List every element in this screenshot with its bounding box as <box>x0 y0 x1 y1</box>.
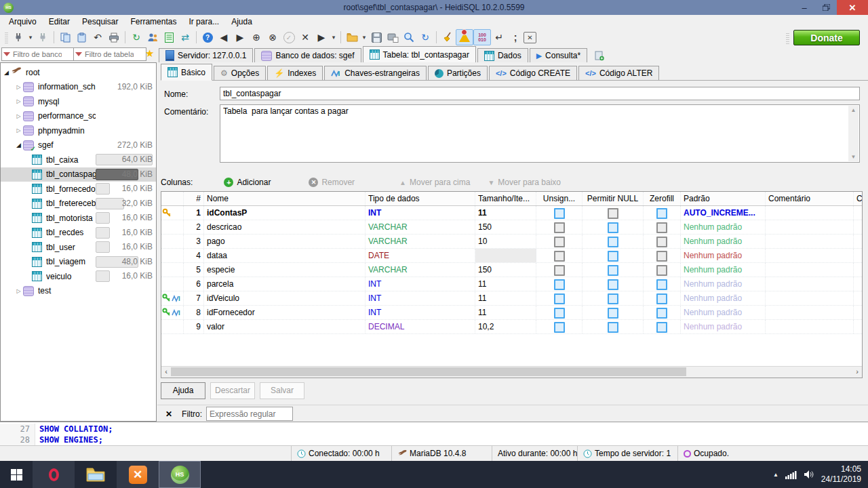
disconnect-icon[interactable] <box>35 30 51 45</box>
menu-arquivo[interactable]: Arquivo <box>3 16 43 28</box>
unsigned-checkbox[interactable] <box>554 237 565 247</box>
start-button[interactable] <box>0 461 33 488</box>
sql-log[interactable]: 27 SHOW COLLATION; 28 SHOW ENGINES; <box>0 422 868 446</box>
network-icon[interactable] <box>785 470 797 479</box>
zerofill-checkbox[interactable] <box>656 251 667 262</box>
new-query-tab-button[interactable] <box>589 49 610 62</box>
regex-filter-input[interactable] <box>206 407 293 421</box>
zerofill-checkbox[interactable] <box>656 322 667 333</box>
menu-ferramentas[interactable]: Ferramentas <box>124 16 182 28</box>
restore-button[interactable] <box>815 0 837 15</box>
unsigned-checkbox[interactable] <box>554 265 565 276</box>
volume-icon[interactable] <box>804 470 814 479</box>
table-filter-box[interactable] <box>73 47 146 61</box>
tree-item-tbl-user[interactable]: tbl_user 16,0 KiB <box>1 240 156 255</box>
tab-query[interactable]: ▶Consulta* <box>530 48 588 62</box>
tree-item-tbl-contaspagar[interactable]: tbl_contaspagar 48,0 KiB <box>1 167 156 182</box>
unsigned-checkbox[interactable] <box>554 322 565 333</box>
undo-icon[interactable]: ↶ <box>90 30 106 45</box>
unsigned-checkbox[interactable] <box>554 208 565 219</box>
tray-expand-icon[interactable]: ▲ <box>773 472 778 478</box>
taskbar-heidisql[interactable]: HS <box>159 461 201 488</box>
zerofill-checkbox[interactable] <box>656 279 667 290</box>
allow-null-checkbox[interactable] <box>608 208 618 219</box>
menu-pesquisar[interactable]: Pesquisar <box>76 16 124 28</box>
table-comment-input[interactable]: Tabela para lançar contas a pagar ▲▼ <box>220 104 860 163</box>
zerofill-checkbox[interactable] <box>656 308 667 319</box>
delete-row-icon[interactable]: ⊗ <box>264 30 281 45</box>
tab-codigo-create[interactable]: </>Código CREATE <box>489 66 577 80</box>
tab-indexes[interactable]: ⚡Indexes <box>267 66 323 80</box>
comment-scrollbar[interactable]: ▲▼ <box>848 106 859 161</box>
tree-item-tbl-caixa[interactable]: tbl_caixa 64,0 KiB <box>1 152 156 167</box>
expand-icon[interactable]: ▷ <box>14 84 23 90</box>
favorites-star-icon[interactable]: ★ <box>145 47 154 60</box>
unsigned-checkbox[interactable] <box>554 222 565 233</box>
column-row[interactable]: 4 dataa DATE Nenhum padrão <box>161 249 862 263</box>
tab-data[interactable]: Dados <box>477 48 528 62</box>
header-comment[interactable]: Comentário <box>766 192 854 205</box>
tree-item-phpmyadmin[interactable]: ▷ phpmyadmin <box>1 123 156 138</box>
header-unsigned[interactable]: Unsign... <box>536 192 583 205</box>
open-file-dropdown-icon[interactable]: ▾ <box>360 30 368 45</box>
tree-item-performance-schema[interactable]: ▷ performance_sc... <box>1 109 156 124</box>
wrap-lines-icon[interactable]: ↵ <box>491 30 507 45</box>
expand-icon[interactable]: ▷ <box>14 113 23 119</box>
column-row[interactable]: 6 parcela INT 11 Nenhum padrão <box>161 277 862 291</box>
unsigned-checkbox[interactable] <box>554 251 565 262</box>
tree-item-tbl-fretereceber[interactable]: tbl_fretereceber 32,0 KiB <box>1 197 156 211</box>
allow-null-checkbox[interactable] <box>608 308 618 319</box>
help-button[interactable]: Ajuda <box>161 382 205 399</box>
taskbar-clock[interactable]: 14:05 24/11/2019 <box>821 464 861 485</box>
tab-codigo-alter[interactable]: </>Código ALTER <box>578 66 659 80</box>
allow-null-checkbox[interactable] <box>608 322 618 333</box>
tree-item-mysql[interactable]: ▷ mysql <box>1 94 156 109</box>
add-column-button[interactable]: +Adicionar <box>217 178 277 187</box>
cancel-edit-icon[interactable]: ✕ <box>297 30 313 45</box>
table-name-input[interactable] <box>220 87 860 100</box>
go-last-icon[interactable]: ▶ <box>232 30 248 45</box>
csv-export-icon[interactable] <box>161 30 177 45</box>
allow-null-checkbox[interactable] <box>608 237 618 247</box>
allow-null-checkbox[interactable] <box>608 279 618 290</box>
sync-icon[interactable]: ⇄ <box>177 30 193 45</box>
zerofill-checkbox[interactable] <box>656 208 667 219</box>
expand-icon[interactable]: ▷ <box>14 127 23 134</box>
header-name[interactable]: Nome <box>204 192 366 205</box>
close-button[interactable]: ✕ <box>837 0 868 15</box>
menu-ajuda[interactable]: Ajuda <box>225 16 258 28</box>
taskbar-explorer[interactable] <box>75 461 117 488</box>
clean-icon[interactable] <box>439 30 456 45</box>
grid-hscrollbar[interactable]: ‹ › <box>161 366 862 378</box>
warnings-toggle-icon[interactable] <box>456 29 473 45</box>
binary-toggle-icon[interactable]: 100010 <box>473 29 491 45</box>
scroll-right-icon[interactable]: › <box>852 367 862 377</box>
menu-ir-para[interactable]: Ir para... <box>182 16 225 28</box>
allow-null-checkbox[interactable] <box>608 265 618 276</box>
go-first-icon[interactable]: ◀ <box>216 30 232 45</box>
copy-icon[interactable] <box>57 30 73 45</box>
tree-item-root[interactable]: ◢ root <box>1 65 156 80</box>
column-row[interactable]: 9 valor DECIMAL 10,2 Nenhum padrão <box>161 320 862 334</box>
header-length[interactable]: Tamanho/Ite... <box>475 192 536 205</box>
delimiter-icon[interactable]: ; <box>507 30 524 45</box>
tree-item-tbl-fornecedor[interactable]: tbl_fornecedor 16,0 KiB <box>1 182 156 197</box>
header-default[interactable]: Padrão <box>681 192 766 205</box>
header-num[interactable]: # <box>184 192 204 205</box>
paste-icon[interactable] <box>73 30 90 45</box>
header-type[interactable]: Tipo de dados <box>366 192 475 205</box>
close-filter-icon[interactable]: ✕ <box>165 409 172 419</box>
tree-item-test[interactable]: ▷ test <box>1 284 156 299</box>
table-filter-input[interactable] <box>83 49 135 59</box>
column-row[interactable]: 3 pago VARCHAR 10 Nenhum padrão <box>161 235 862 249</box>
reload-icon[interactable]: ↻ <box>417 30 433 45</box>
donate-button[interactable]: Donate <box>793 30 860 45</box>
allow-null-checkbox[interactable] <box>608 222 618 233</box>
expand-icon[interactable]: ◢ <box>14 142 23 148</box>
clear-log-icon[interactable]: ✕ <box>524 32 536 43</box>
taskbar-xampp[interactable]: ✕ <box>117 461 159 488</box>
column-row[interactable]: 1 idContasP INT 11 AUTO_INCREME... <box>161 206 862 220</box>
column-row[interactable]: 7 idVeiculo INT 11 Nenhum padrão <box>161 291 862 306</box>
header-collation[interactable]: C <box>854 192 862 205</box>
header-zerofill[interactable]: Zerofill <box>644 192 681 205</box>
